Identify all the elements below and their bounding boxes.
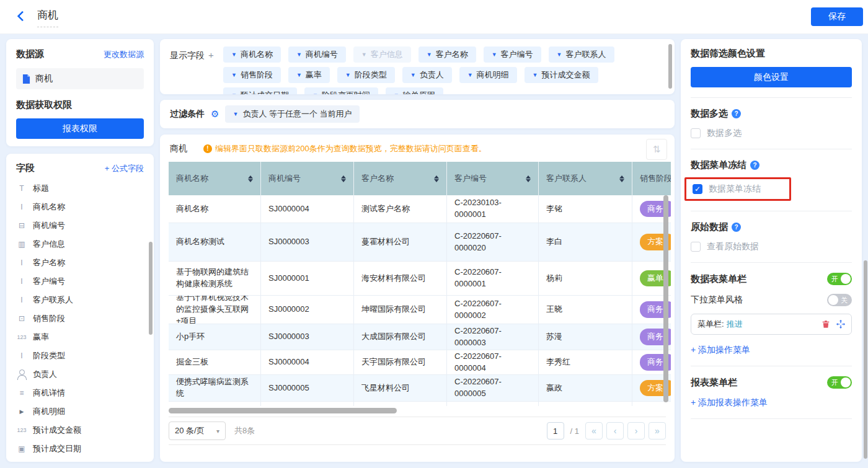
display-field-chip[interactable]: ▼ 客户名称 xyxy=(418,46,476,63)
add-action-menu-link[interactable]: + 添加操作菜单 xyxy=(691,345,852,356)
report-permission-button[interactable]: 报表权限 xyxy=(16,118,144,139)
trash-icon[interactable] xyxy=(822,320,830,329)
filter-label: 过滤条件 xyxy=(170,108,205,120)
first-page-button[interactable]: « xyxy=(585,422,603,439)
save-button[interactable]: 保存 xyxy=(811,7,863,26)
sort-arrows-icon[interactable] xyxy=(248,175,253,182)
help-icon[interactable]: ? xyxy=(732,223,741,232)
display-field-chip[interactable]: ▼ 商机编号 xyxy=(288,46,346,63)
menu-freeze-checkbox[interactable]: ✓ xyxy=(693,184,702,194)
display-field-chip[interactable]: ▼ 赢率 xyxy=(288,67,330,83)
filter-condition-chip[interactable]: ▼ 负责人 等于任意一个 当前用户 xyxy=(225,105,359,123)
table-row[interactable]: 便携式哮喘病监测系统 SJ0000005 飞星材料公司 C-20220607-0… xyxy=(169,375,671,402)
display-field-chip[interactable]: ▼ 销售阶段 xyxy=(223,67,281,83)
change-datasource-link[interactable]: 更改数据源 xyxy=(104,49,144,60)
field-list-item[interactable]: ⊟ 商机编号 xyxy=(16,216,144,235)
color-settings-button[interactable]: 颜色设置 xyxy=(691,67,852,87)
add-formula-field-link[interactable]: + 公式字段 xyxy=(105,163,144,174)
back-icon[interactable] xyxy=(17,11,28,22)
display-field-chip[interactable]: ▼ 预计成交金额 xyxy=(525,67,598,83)
table-row[interactable]: 掘金三板 SJ0000004 天宇国际有限公司 C-20220607-00000… xyxy=(169,350,671,375)
table-row[interactable]: 基于计算机视觉技术的监控摄像头互联网+项目 SJ0000002 坤曜国际有限公司… xyxy=(169,296,671,324)
menu-item-row[interactable]: 菜单栏: 推进 xyxy=(691,314,852,335)
column-label: 商机名称 xyxy=(176,173,208,185)
top-bar: 商机 保存 xyxy=(0,0,868,34)
display-field-chip[interactable]: ▼ 输单原因 xyxy=(386,87,443,94)
field-list-item[interactable]: I 商机名称 xyxy=(16,198,144,216)
scrollbar-thumb[interactable] xyxy=(169,408,397,413)
table-header-cell[interactable]: 商机编号 xyxy=(261,162,354,195)
display-field-chip[interactable]: ▼ 阶段类型 xyxy=(337,67,395,83)
fields-scrollbar[interactable] xyxy=(149,242,153,335)
display-field-chip[interactable]: ▼ 客户信息 xyxy=(353,46,411,63)
field-list-item[interactable]: I 客户名称 xyxy=(16,254,144,272)
dropdown-style-toggle[interactable]: 关 xyxy=(827,294,852,306)
sort-arrows-icon[interactable] xyxy=(526,175,531,182)
display-field-chip[interactable]: ▼ 预计成交日期 xyxy=(223,87,297,94)
help-icon[interactable]: ? xyxy=(750,161,760,170)
page-number-input[interactable] xyxy=(547,422,564,439)
display-fields-scrollbar[interactable] xyxy=(668,44,672,89)
gear-icon[interactable]: ⚙ xyxy=(211,108,219,120)
sort-order-button[interactable]: ⇅ xyxy=(646,139,667,160)
sort-arrows-icon[interactable] xyxy=(434,175,439,182)
sort-arrows-icon[interactable] xyxy=(619,175,624,182)
display-fields-card: 显示字段+ ▼ 商机名称 ▼ 商机编号 ▼ 客户信息 ▼ 客户名称 ▼ 客户编号… xyxy=(160,39,675,94)
toggle-knob xyxy=(828,295,838,305)
table-header-cell[interactable]: 客户联系人 xyxy=(539,162,632,195)
field-list-item[interactable]: 负责人 xyxy=(16,365,144,384)
table-row[interactable]: 商机名称测试 SJ0000003 蔓霍材料公司 C-20220607-00000… xyxy=(169,223,671,262)
report-menu-toggle[interactable]: 开 xyxy=(827,376,852,389)
table-row[interactable]: 基于物联网的建筑结构健康检测系统 SJ0000001 海安材料有限公司 C-20… xyxy=(169,262,671,296)
display-field-chip[interactable]: ▼ 客户联系人 xyxy=(549,46,614,63)
field-list-item[interactable]: ⊡ 销售阶段 xyxy=(16,309,144,328)
prev-page-button[interactable]: ‹ xyxy=(606,422,624,439)
sort-arrows-icon[interactable] xyxy=(341,175,346,182)
display-field-chip[interactable]: ▼ 负责人 xyxy=(402,67,452,83)
table-header-cell[interactable]: 商机名称 xyxy=(169,162,261,195)
table-menu-toggle[interactable]: 开 xyxy=(827,273,852,285)
table-header-cell[interactable]: 客户名称 xyxy=(354,162,447,195)
raw-data-checkbox[interactable] xyxy=(691,242,701,252)
field-list-item[interactable]: I 客户编号 xyxy=(16,272,144,291)
field-list-item[interactable]: T 标题 xyxy=(16,179,144,198)
move-icon[interactable] xyxy=(836,320,845,329)
chip-label: 商机明细 xyxy=(477,69,509,81)
table-horizontal-scrollbar[interactable] xyxy=(169,408,671,413)
display-field-chips: ▼ 商机名称 ▼ 商机编号 ▼ 客户信息 ▼ 客户名称 ▼ 客户编号 ▼ 客户联… xyxy=(223,46,660,94)
field-list-item[interactable]: ▥ 客户信息 xyxy=(16,235,144,254)
page-size-select[interactable]: 20 条/页 ▾ xyxy=(169,422,226,440)
field-list-item[interactable]: I 客户联系人 xyxy=(16,291,144,309)
field-list-item[interactable]: I 阶段类型 xyxy=(16,347,144,365)
cell-customer-name: 大成国际有限公司 xyxy=(354,324,447,350)
last-page-button[interactable]: » xyxy=(649,422,666,439)
table-header-cell[interactable]: 销售阶段 xyxy=(632,162,671,195)
table-row[interactable]: 商机名称 SJ0000004 测试客户名称 C-20230103-0000001… xyxy=(169,195,671,223)
table-row[interactable]: 小p手环 SJ0000003 大成国际有限公司 C-20220607-00000… xyxy=(169,324,671,350)
field-list-item[interactable]: 123 赢率 xyxy=(16,328,144,347)
multi-select-checkbox[interactable] xyxy=(691,128,701,138)
datasource-name: 商机 xyxy=(35,73,53,84)
display-field-chip[interactable]: ▼ 商机明细 xyxy=(459,67,517,83)
table-header-cell[interactable]: 客户编号 xyxy=(447,162,539,195)
display-field-chip[interactable]: ▼ 商机名称 xyxy=(223,46,281,63)
display-field-chip[interactable]: ▼ 客户编号 xyxy=(484,46,541,63)
field-list-item[interactable]: ▶ 商机明细 xyxy=(16,402,144,421)
table-row-partial[interactable] xyxy=(169,402,671,406)
add-report-action-menu-link[interactable]: + 添加报表操作菜单 xyxy=(691,397,852,408)
help-icon[interactable]: ? xyxy=(732,109,741,118)
field-label: 阶段类型 xyxy=(33,350,65,361)
next-page-button[interactable]: › xyxy=(627,422,645,439)
field-list-item[interactable]: 123 预计成交金额 xyxy=(16,421,144,439)
display-field-chip[interactable]: ▼ 阶段变更时间 xyxy=(304,87,378,94)
divider xyxy=(691,149,852,149)
number-field-icon: 123 xyxy=(16,425,27,436)
datasource-item[interactable]: 商机 xyxy=(16,68,144,89)
datasource-title: 数据源 xyxy=(16,48,44,60)
field-list-item[interactable]: ≡ 商机详情 xyxy=(16,384,144,402)
page-scrollbar[interactable] xyxy=(864,260,867,459)
add-display-field-button[interactable]: + xyxy=(208,50,214,60)
table-vertical-scrollbar[interactable] xyxy=(663,195,668,402)
field-label: 客户信息 xyxy=(33,239,65,250)
field-list-item[interactable]: ▣ 预计成交日期 xyxy=(16,439,144,458)
